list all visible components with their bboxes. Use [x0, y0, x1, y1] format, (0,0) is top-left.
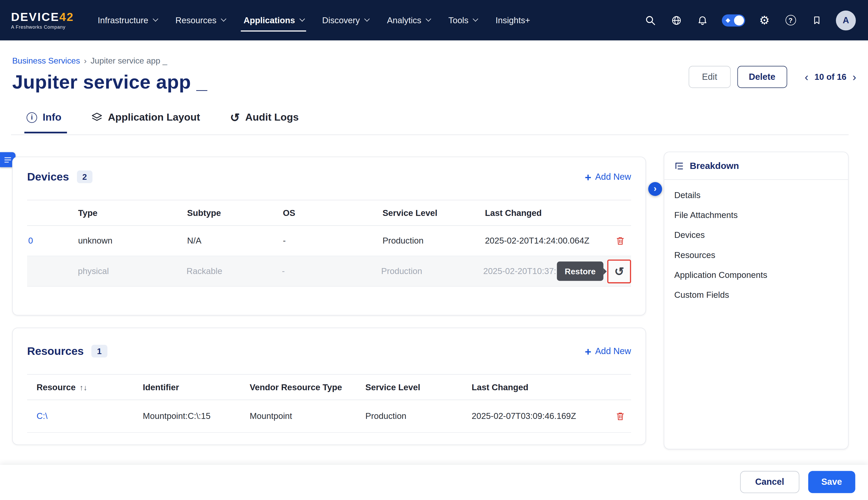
table-row: 0 unknown N/A - Production 2025-02-20T14… — [27, 226, 631, 256]
col-header-last-changed: Last Changed — [485, 208, 609, 218]
prev-record-icon[interactable]: ‹ — [804, 71, 810, 82]
resource-vendor-type: Mountpoint — [240, 411, 356, 421]
save-button[interactable]: Save — [808, 471, 855, 493]
sort-icon: ↑↓ — [80, 383, 87, 391]
breakdown-item-custom-fields[interactable]: Custom Fields — [664, 285, 848, 305]
resource-name-link[interactable]: C:\ — [27, 411, 133, 421]
breakdown-collapse-button[interactable]: › — [648, 182, 662, 196]
navbar-icon-group: ⚙ ? A — [644, 10, 856, 30]
top-navbar: DEVICE42 A Freshworks Company Infrastruc… — [0, 0, 868, 40]
pager-label: 10 of 16 — [814, 72, 847, 82]
nav-label: Insights+ — [495, 15, 530, 25]
device-os: - — [282, 266, 381, 276]
bell-icon[interactable] — [696, 14, 709, 27]
chevron-down-icon — [426, 16, 431, 21]
trash-icon[interactable] — [616, 411, 625, 421]
nav-item-resources[interactable]: Resources — [166, 0, 234, 40]
tab-label: Audit Logs — [245, 111, 298, 123]
page: DEVICE42 A Freshworks Company Infrastruc… — [0, 0, 868, 500]
brand-wordmark: DEVICE42 — [11, 11, 74, 22]
breadcrumb-separator: › — [84, 56, 87, 65]
resources-card: Resources 1 + Add New Resource ↑↓ Identi… — [12, 328, 646, 445]
nav-item-tools[interactable]: Tools — [439, 0, 486, 40]
device-type: unknown — [78, 236, 187, 246]
gear-glyph: ⚙ — [759, 14, 769, 26]
tab-application-layout[interactable]: Application Layout — [89, 111, 206, 134]
nav-item-insights[interactable]: Insights+ — [486, 0, 540, 40]
sparkle-icon — [726, 18, 730, 22]
next-record-icon[interactable]: › — [852, 71, 857, 82]
devices-table: Type Subtype OS Service Level Last Chang… — [27, 200, 631, 287]
breakdown-title: Breakdown — [690, 160, 739, 171]
breakdown-item-details[interactable]: Details — [664, 185, 848, 205]
breakdown-list: Details File Attachments Devices Resourc… — [664, 180, 848, 310]
breakdown-item-resources[interactable]: Resources — [664, 245, 848, 265]
breakdown-item-devices[interactable]: Devices — [664, 225, 848, 245]
device-subtype: Rackable — [187, 266, 282, 276]
device42-logo[interactable]: DEVICE42 A Freshworks Company — [11, 11, 74, 30]
device-os: - — [283, 236, 383, 246]
add-new-label: Add New — [595, 172, 631, 182]
table-row: C:\ Mountpoint:C:\:15 Mountpoint Product… — [27, 400, 631, 433]
brand-tagline: A Freshworks Company — [11, 25, 74, 30]
delete-button[interactable]: Delete — [737, 66, 787, 88]
chevron-down-icon — [221, 16, 226, 21]
theme-toggle[interactable] — [722, 14, 745, 26]
nav-item-applications[interactable]: Applications — [234, 0, 313, 40]
help-glyph: ? — [785, 15, 796, 25]
nav-label: Infrastructure — [98, 15, 148, 25]
avatar-initial: A — [843, 15, 849, 25]
row-actions: Restore ↺ — [607, 259, 631, 283]
device-type: physical — [78, 266, 187, 276]
nav-label: Analytics — [387, 15, 421, 25]
resources-count-badge: 1 — [91, 345, 107, 357]
footer-bar: Cancel Save — [0, 465, 868, 500]
device-name-link[interactable]: 0 — [27, 236, 78, 246]
tab-audit-logs[interactable]: ↺ Audit Logs — [228, 111, 304, 134]
cancel-button[interactable]: Cancel — [740, 471, 799, 493]
breadcrumb-current: Jupiter service app _ — [90, 56, 167, 65]
chevron-down-icon — [473, 16, 478, 21]
col-header-resource[interactable]: Resource ↑↓ — [27, 382, 133, 392]
resources-add-new-button[interactable]: + Add New — [585, 345, 631, 357]
col-header-type: Type — [78, 208, 187, 218]
breakdown-item-application-components[interactable]: Application Components — [664, 265, 848, 285]
chevron-down-icon — [300, 16, 305, 21]
breakdown-panel: Breakdown Details File Attachments Devic… — [664, 151, 849, 450]
restore-icon: ↺ — [614, 265, 624, 277]
device-service-level: Production — [381, 266, 483, 276]
col-header-service-level: Service Level — [356, 382, 462, 392]
header-actions: Edit Delete ‹ 10 of 16 › — [689, 66, 857, 88]
devices-add-new-button[interactable]: + Add New — [585, 171, 631, 182]
breakdown-item-file-attachments[interactable]: File Attachments — [664, 205, 848, 225]
col-header-subtype: Subtype — [187, 208, 283, 218]
edit-button[interactable]: Edit — [689, 66, 731, 88]
nav-item-analytics[interactable]: Analytics — [377, 0, 439, 40]
devices-count-badge: 2 — [77, 170, 92, 183]
layers-icon — [91, 112, 102, 123]
col-header-vendor-type: Vendor Resource Type — [240, 382, 356, 392]
restore-tooltip: Restore — [557, 261, 604, 281]
breadcrumb-parent-link[interactable]: Business Services — [12, 56, 80, 65]
breakdown-header: Breakdown — [664, 152, 848, 180]
help-icon[interactable]: ? — [784, 14, 797, 27]
globe-icon[interactable] — [670, 14, 683, 27]
row-actions — [609, 411, 631, 421]
resource-service-level: Production — [356, 411, 462, 421]
nav-item-discovery[interactable]: Discovery — [313, 0, 378, 40]
chevron-down-icon — [153, 16, 158, 21]
restore-button[interactable]: ↺ — [607, 259, 631, 283]
col-header-os: OS — [283, 208, 383, 218]
page-title: Jupiter service app _ — [12, 71, 207, 93]
tabs-divider — [11, 135, 849, 135]
bookmark-icon[interactable] — [810, 14, 823, 27]
tab-info[interactable]: i Info — [24, 111, 67, 134]
nav-item-infrastructure[interactable]: Infrastructure — [88, 0, 166, 40]
gear-icon[interactable]: ⚙ — [758, 14, 771, 27]
nav-label: Resources — [176, 15, 216, 25]
search-icon[interactable] — [644, 14, 657, 27]
devices-card: Devices 2 + Add New Type Subtype OS Serv… — [12, 157, 646, 315]
trash-icon[interactable] — [616, 236, 625, 246]
avatar[interactable]: A — [836, 10, 856, 30]
resources-card-header: Resources 1 + Add New — [13, 328, 645, 358]
